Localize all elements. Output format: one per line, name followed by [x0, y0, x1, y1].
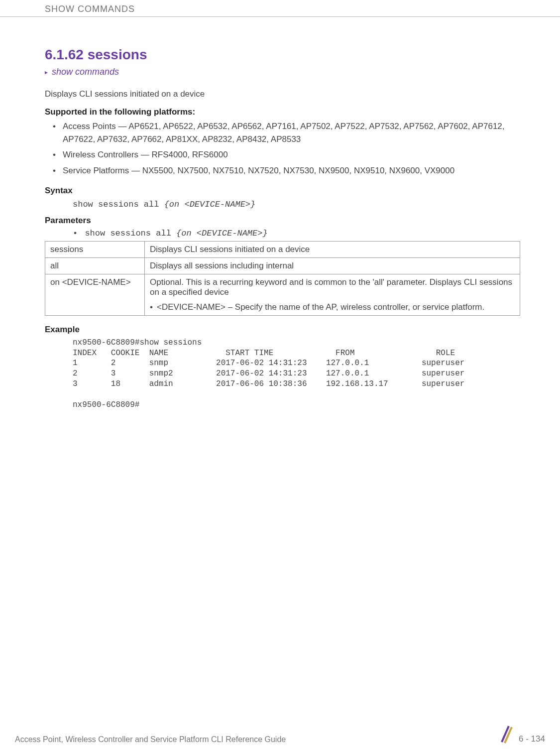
footer-page-number: 6 - 134	[519, 734, 545, 744]
syntax-heading: Syntax	[45, 186, 520, 196]
list-item: Access Points — AP6521, AP6522, AP6532, …	[63, 120, 520, 145]
syntax-plain: show sessions all	[73, 200, 164, 209]
supported-heading: Supported in the following platforms:	[45, 107, 520, 117]
param-name: all	[45, 257, 145, 274]
example-heading: Example	[45, 325, 520, 335]
parameter-line: • show sessions all {on <DEVICE-NAME>}	[73, 229, 520, 238]
syntax-code: show sessions all {on <DEVICE-NAME>}	[73, 199, 520, 211]
param-desc: Displays CLI sessions initiated on a dev…	[145, 241, 520, 257]
parameters-heading: Parameters	[45, 216, 520, 226]
parameters-table: sessions Displays CLI sessions initiated…	[45, 241, 520, 316]
section-description: Displays CLI sessions initiated on a dev…	[45, 89, 520, 99]
param-plain: show sessions all	[80, 229, 176, 238]
param-sub-item: <DEVICE-NAME> – Specify the name of the …	[150, 302, 515, 312]
list-item: Wireless Controllers — RFS4000, RFS6000	[63, 148, 520, 161]
section-title: 6.1.62 sessions	[45, 47, 520, 63]
param-desc: Optional. This is a recurring keyword an…	[145, 274, 520, 315]
page-header: SHOW COMMANDS	[0, 0, 560, 17]
param-name: sessions	[45, 241, 145, 257]
breadcrumb-link[interactable]: show commands	[52, 67, 520, 77]
page-content: 6.1.62 sessions show commands Displays C…	[0, 17, 560, 420]
page-footer: Access Point, Wireless Controller and Se…	[0, 724, 560, 744]
supported-list: Access Points — AP6521, AP6522, AP6532, …	[45, 120, 520, 177]
example-code: nx9500-6C8809#show sessions INDEX COOKIE…	[73, 338, 520, 410]
table-row: sessions Displays CLI sessions initiated…	[45, 241, 520, 257]
bullet: •	[73, 229, 78, 238]
syntax-italic: {on <DEVICE-NAME>}	[164, 200, 256, 209]
param-italic: {on <DEVICE-NAME>}	[176, 229, 268, 238]
list-item: Service Platforms — NX5500, NX7500, NX75…	[63, 164, 520, 177]
table-row: all Displays all sessions including inte…	[45, 257, 520, 274]
footer-slash-icon	[500, 724, 513, 744]
param-desc: Displays all sessions including internal	[145, 257, 520, 274]
param-name: on <DEVICE-NAME>	[45, 274, 145, 315]
footer-guide-title: Access Point, Wireless Controller and Se…	[15, 735, 286, 744]
header-title: SHOW COMMANDS	[45, 4, 135, 14]
param-desc-text: Optional. This is a recurring keyword an…	[150, 277, 512, 297]
table-row: on <DEVICE-NAME> Optional. This is a rec…	[45, 274, 520, 315]
